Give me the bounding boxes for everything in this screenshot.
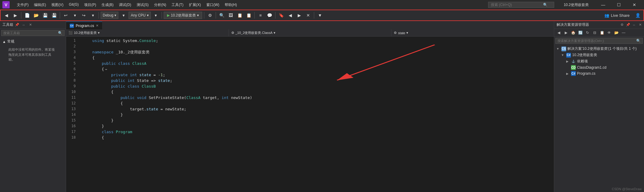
debug-config-expand-btn[interactable]: ▾	[120, 11, 127, 19]
nav-member[interactable]: ⚙ state ▾	[391, 29, 554, 36]
sol-forward-btn[interactable]: ▶	[563, 29, 569, 36]
solution-search-input[interactable]	[557, 39, 635, 43]
menu-view[interactable]: 视图(V)	[49, 2, 66, 8]
tab-close-btn[interactable]: ✕	[96, 24, 99, 28]
menu-file[interactable]: 文件(F)	[14, 2, 31, 8]
code-line-12: {	[83, 100, 554, 106]
toolbar-comment-btn[interactable]: 💬	[266, 11, 273, 19]
toolbar-new-btn[interactable]: 📄	[23, 11, 31, 19]
toolbar-sep-9	[314, 12, 314, 19]
toolbar-sep-3	[99, 12, 99, 19]
menu-git[interactable]: Git(G)	[66, 2, 81, 8]
solution-expand-icon: ▼	[555, 47, 560, 50]
sol-filter-btn[interactable]: —	[620, 29, 627, 36]
code-editor[interactable]: using static System.Console; namespace _…	[80, 37, 554, 192]
minimize-button[interactable]: —	[596, 0, 610, 10]
toolbox-move-btn[interactable]: ↔	[21, 22, 26, 28]
platform-dropdown[interactable]: Any CPU ▾	[129, 12, 150, 19]
solution-settings-btn[interactable]: ⚙	[619, 22, 625, 28]
sol-collapse-btn[interactable]: ⊟	[591, 29, 598, 36]
run-button[interactable]: ▶ 10.2使用嵌套类 ▾	[164, 12, 202, 19]
toolbar-redo-dd-btn[interactable]: ▾	[89, 11, 97, 19]
ln-2: 2	[66, 44, 78, 49]
menu-debug[interactable]: 调试(D)	[117, 2, 134, 8]
tree-classdiagram[interactable]: CD ClassDiagram1.cd	[554, 64, 644, 70]
menu-project[interactable]: 项目(P)	[82, 2, 99, 8]
solution-close-btn[interactable]: ✕	[637, 22, 643, 28]
editor-tab-program[interactable]: C# Program.cs ✕	[66, 22, 102, 29]
toolbar-undo-dd-btn[interactable]: ▾	[71, 11, 79, 19]
solution-move-btn[interactable]: ↔	[631, 22, 637, 28]
ln-11: 11	[66, 95, 78, 100]
sol-preview-btn[interactable]: 👁	[606, 29, 612, 36]
nav-member-arrow: ▾	[406, 31, 408, 35]
toolbox-search-input[interactable]	[3, 31, 57, 35]
sol-home-btn[interactable]: 🏠	[570, 29, 576, 36]
menu-test[interactable]: 测试(S)	[134, 2, 151, 8]
title-search-input[interactable]	[491, 3, 542, 7]
ln-13: 13	[66, 106, 78, 112]
toolbar-save-btn[interactable]: 💾	[41, 11, 49, 19]
live-share-button[interactable]: 👥 Live Share	[601, 12, 633, 19]
code-content[interactable]: 1 2 3 4 5 6 7 8 9 10 11 12 13 14 15 16 1…	[66, 37, 554, 192]
code-line-3: namespace _10._2使用嵌套类	[83, 49, 554, 55]
nav-class[interactable]: ⚙ _10_2使用嵌套类.ClassA ▾	[229, 29, 392, 36]
sol-files-btn[interactable]: 📂	[613, 29, 620, 36]
sol-props-btn[interactable]: 📋	[599, 29, 605, 36]
menu-edit[interactable]: 编辑(E)	[32, 2, 48, 8]
toolbox-panel: 工具箱 📌 ↔ ✕ 🔍 ▲ 常规 此组中没有可用的控件。将某项拖至此文本可将其添…	[0, 21, 66, 192]
toolbar-user-btn[interactable]: 👤	[634, 11, 642, 19]
project-expand-icon: ▼	[560, 53, 565, 57]
solution-search[interactable]: 🔍	[555, 38, 643, 44]
menu-analyze[interactable]: 分析(N)	[152, 2, 169, 8]
toolbox-search[interactable]: 🔍	[1, 30, 65, 36]
toolbar-more-btn[interactable]: ▼	[316, 11, 324, 19]
toolbar-bm-prev-btn[interactable]: ◀	[286, 11, 294, 19]
app-logo: V	[2, 1, 10, 8]
toolbar-redo-btn[interactable]: ↪	[80, 11, 88, 19]
platform-expand-btn[interactable]: ▾	[152, 11, 160, 19]
tree-dependencies[interactable]: ▶ ⚓ 依赖项	[554, 58, 644, 64]
tree-programcs[interactable]: ▶ C# Program.cs	[554, 70, 644, 76]
ln-9: 9	[66, 83, 78, 89]
toolbar-bm-next-btn[interactable]: ▶	[295, 11, 303, 19]
toolbar-img-btn[interactable]: 🖼	[227, 11, 235, 19]
nav-file[interactable]: ⬛ 10.2使用嵌套类 ▾	[66, 29, 229, 36]
toolbar-undo-btn[interactable]: ↩	[62, 11, 70, 19]
menu-extensions[interactable]: 扩展(X)	[187, 2, 203, 8]
toolbar-open-btn[interactable]: 📂	[32, 11, 40, 19]
toolbar-find-btn[interactable]: 🔍	[218, 11, 226, 19]
menu-window[interactable]: 窗口(W)	[204, 2, 222, 8]
menu-tools[interactable]: 工具(T)	[169, 2, 186, 8]
toolbar-paste-btn[interactable]: 📋	[236, 11, 244, 19]
toolbar-forward-btn[interactable]: ▶	[11, 11, 19, 19]
sol-sync-btn[interactable]: 🔄	[577, 29, 584, 36]
toolbar-indent-btn[interactable]: ≡	[257, 11, 264, 19]
toolbar-bm-clear-btn[interactable]: ✕	[304, 11, 312, 19]
title-search[interactable]: 🔍	[488, 2, 554, 8]
code-line-18: {	[83, 135, 554, 140]
toolbox-section-title[interactable]: ▲ 常规	[2, 38, 63, 45]
toolbar-back-btn[interactable]: ◀	[2, 11, 10, 19]
tree-solution[interactable]: ▼ CS 解决方案'10.2使用嵌套类'(1 个项目/共 1 个)	[554, 46, 644, 52]
code-line-11: public void SetPrivateState(ClassA targe…	[83, 95, 554, 100]
close-button[interactable]: ✕	[627, 0, 642, 10]
nav-class-label: _10_2使用嵌套类.ClassA	[235, 31, 273, 35]
toolbox-close-btn[interactable]: ✕	[28, 22, 33, 28]
maximize-button[interactable]: ☐	[612, 0, 626, 10]
tree-project[interactable]: ▼ C# 10.2使用嵌套类	[554, 52, 644, 58]
toolbar-save-all-btn[interactable]: 💾	[50, 11, 58, 19]
sol-back-btn[interactable]: ◀	[555, 29, 562, 36]
sol-refresh-btn[interactable]: ↻	[584, 29, 591, 36]
menu-help[interactable]: 帮助(H)	[222, 2, 239, 8]
code-line-17: class Program	[83, 129, 554, 135]
toolbar-clipboard-btn[interactable]: 📋	[245, 11, 253, 19]
toolbar-btn-6[interactable]: ⚙	[206, 11, 214, 19]
menu-build[interactable]: 生成(B)	[99, 2, 116, 8]
project-label: 10.2使用嵌套类	[572, 52, 597, 58]
solution-pin-btn[interactable]: 📌	[625, 22, 631, 28]
nav-member-icon: ⚙	[394, 31, 397, 35]
toolbar-bookmark-btn[interactable]: 🔖	[277, 11, 285, 19]
debug-config-dropdown[interactable]: Debug ▾	[101, 12, 118, 19]
toolbox-pin-btn[interactable]: 📌	[14, 22, 20, 28]
